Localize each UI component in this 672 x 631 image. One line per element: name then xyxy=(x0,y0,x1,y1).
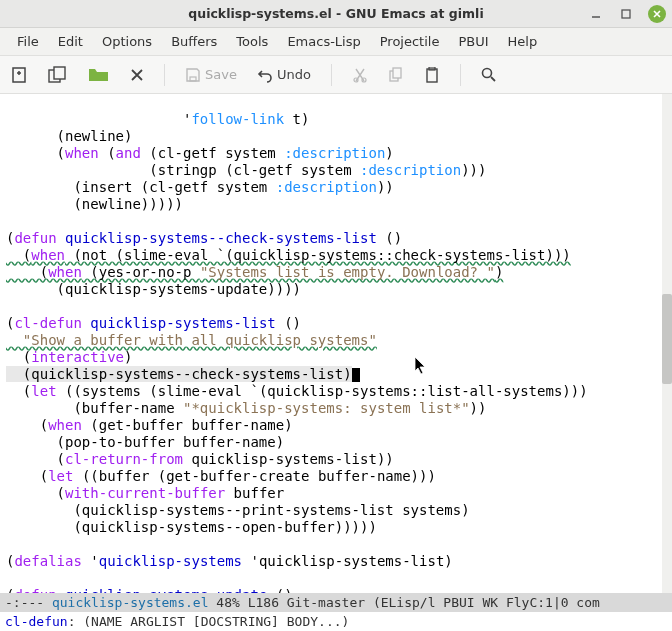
scrollbar[interactable] xyxy=(662,94,672,593)
save-label: Save xyxy=(205,67,237,82)
menu-tools[interactable]: Tools xyxy=(227,34,277,49)
maximize-icon[interactable] xyxy=(618,6,634,22)
copy-icon[interactable] xyxy=(388,67,404,83)
paste-icon[interactable] xyxy=(424,67,440,83)
modeline-rest: 48% L186 Git-master (ELisp/l PBUI WK Fly… xyxy=(209,595,600,610)
search-icon[interactable] xyxy=(481,67,497,83)
save-button[interactable]: Save xyxy=(185,67,237,83)
modeline-prefix: -:--- xyxy=(5,595,52,610)
menu-buffers[interactable]: Buffers xyxy=(162,34,226,49)
window-title: quicklisp-systems.el - GNU Emacs at giml… xyxy=(188,6,483,21)
modeline-buffer-name: quicklisp-systems.el xyxy=(52,595,209,610)
svg-rect-11 xyxy=(393,68,401,78)
menu-options[interactable]: Options xyxy=(93,34,161,49)
modeline[interactable]: -:--- quicklisp-systems.el 48% L186 Git-… xyxy=(0,593,672,612)
cut-icon[interactable] xyxy=(352,67,368,83)
toolbar-separator-2 xyxy=(331,64,332,86)
toolbar: Save Undo xyxy=(0,56,672,94)
close-icon[interactable] xyxy=(648,5,666,23)
scrollbar-thumb[interactable] xyxy=(662,294,672,384)
menu-projectile[interactable]: Projectile xyxy=(371,34,449,49)
menu-file[interactable]: File xyxy=(8,34,48,49)
svg-rect-12 xyxy=(427,69,437,82)
minibuffer-rest: : (NAME ARGLIST [DOCSTRING] BODY...) xyxy=(68,614,350,629)
menu-emacs-lisp[interactable]: Emacs-Lisp xyxy=(278,34,369,49)
menubar: File Edit Options Buffers Tools Emacs-Li… xyxy=(0,28,672,56)
svg-rect-6 xyxy=(54,67,65,79)
editor-area[interactable]: 'follow-link t) (newline) (when (and (cl… xyxy=(0,94,672,593)
toolbar-separator-3 xyxy=(460,64,461,86)
new-file-icon[interactable] xyxy=(10,66,28,84)
titlebar: quicklisp-systems.el - GNU Emacs at giml… xyxy=(0,0,672,28)
minibuffer-function: cl-defun xyxy=(5,614,68,629)
svg-point-14 xyxy=(482,68,491,77)
minibuffer[interactable]: cl-defun: (NAME ARGLIST [DOCSTRING] BODY… xyxy=(0,612,672,631)
undo-label: Undo xyxy=(277,67,311,82)
menu-pbui[interactable]: PBUI xyxy=(449,34,497,49)
menu-edit[interactable]: Edit xyxy=(49,34,92,49)
svg-rect-1 xyxy=(622,10,630,18)
close-file-icon[interactable] xyxy=(130,68,144,82)
svg-line-15 xyxy=(491,77,495,81)
toolbar-separator xyxy=(164,64,165,86)
svg-rect-7 xyxy=(190,77,196,81)
undo-button[interactable]: Undo xyxy=(257,67,311,83)
text-cursor xyxy=(352,368,360,382)
open-files-icon[interactable] xyxy=(48,66,68,84)
minimize-icon[interactable] xyxy=(588,6,604,22)
folder-icon[interactable] xyxy=(88,66,110,84)
mouse-pointer-icon xyxy=(414,356,428,376)
menu-help[interactable]: Help xyxy=(499,34,547,49)
